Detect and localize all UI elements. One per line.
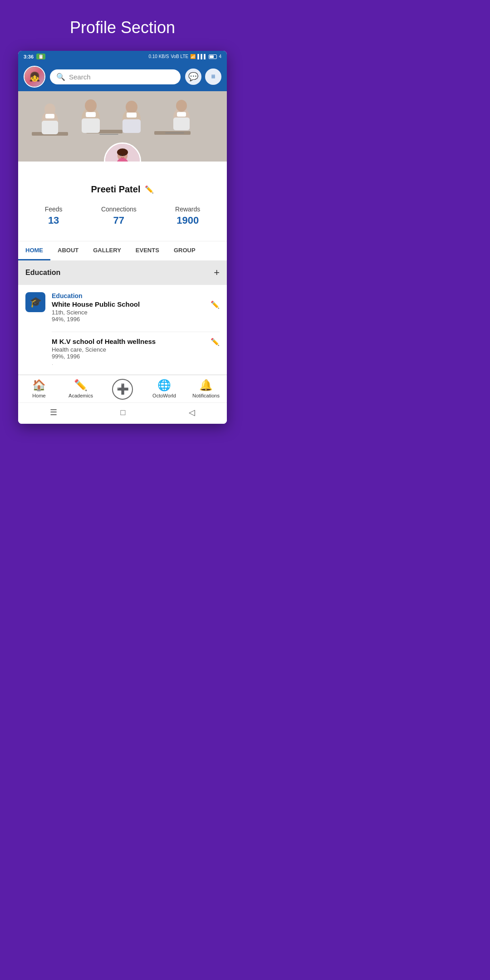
nav-octoworld[interactable]: 🌐 OctoWorld — [151, 379, 178, 400]
svg-rect-14 — [127, 113, 137, 118]
edu-school-2: M K.V school of Health wellness — [52, 338, 156, 345]
status-bar: 3:36 📋 0.10 KB/S VoB LTE 📶 ▌▌▌ 4 — [18, 51, 227, 62]
svg-point-31 — [117, 148, 128, 156]
edu-entry-row-1: White House Public School 11th, Science … — [52, 300, 220, 323]
svg-rect-19 — [173, 118, 190, 130]
education-entry-2: M K.V school of Health wellness Health c… — [25, 338, 220, 367]
profile-tabs: HOME ABOUT GALLERY EVENTS GROUP — [18, 241, 227, 260]
header-actions: 💬 ≡ — [185, 69, 221, 85]
academics-icon: ✏️ — [74, 379, 88, 392]
rewards-label: Rewards — [175, 206, 200, 213]
svg-rect-6 — [45, 114, 54, 118]
stat-connections: Connections 77 — [101, 206, 137, 226]
edu-subject-1: 11th, Science — [52, 309, 140, 316]
edu-meta-1: 94%, 1996 — [52, 316, 140, 323]
time: 3:36 — [24, 54, 34, 59]
nav-center-add[interactable]: ➕ — [109, 379, 136, 400]
edu-school-1: White House Public School — [52, 300, 140, 308]
connections-label: Connections — [101, 206, 137, 213]
android-nav: ☰ □ ◁ — [18, 402, 227, 424]
page-title: Profile Section — [70, 0, 175, 51]
nav-academics-label: Academics — [69, 393, 93, 398]
edu-dot: · — [52, 362, 156, 367]
search-placeholder: Search — [69, 73, 91, 81]
connections-value: 77 — [101, 215, 137, 226]
profile-pic-svg — [105, 142, 140, 162]
nav-notifications-label: Notifications — [192, 393, 220, 398]
profile-pic-container — [104, 142, 141, 162]
stat-rewards: Rewards 1900 — [175, 206, 200, 226]
app-header: 👧 🔍 Search 💬 ≡ — [18, 62, 227, 91]
profile-info: Preeti Patel ✏️ Feeds 13 Connections 77 … — [18, 162, 227, 241]
menu-icon: ≡ — [211, 73, 215, 81]
feeds-label: Feeds — [45, 206, 63, 213]
nav-notifications[interactable]: 🔔 Notifications — [192, 379, 220, 400]
tab-group[interactable]: GROUP — [167, 241, 203, 260]
avatar[interactable]: 👧 — [24, 66, 45, 88]
education-icon: 🎓 — [25, 292, 45, 312]
cover-photo — [18, 91, 227, 162]
notifications-icon: 🔔 — [199, 379, 213, 392]
signal-bars: ▌▌▌ — [197, 54, 207, 59]
tab-home[interactable]: HOME — [18, 241, 50, 260]
svg-rect-7 — [42, 121, 58, 134]
edu-entry-row-2: M K.V school of Health wellness Health c… — [52, 338, 220, 367]
network-speed: 0.10 KB/S — [148, 54, 169, 59]
tab-about[interactable]: ABOUT — [50, 241, 86, 260]
status-left: 3:36 📋 — [24, 54, 45, 59]
profile-picture[interactable] — [104, 142, 141, 162]
edu-subject-2: Health care, Science — [52, 346, 156, 353]
battery-level: 4 — [219, 54, 221, 59]
svg-rect-18 — [177, 112, 186, 117]
profile-name: Preeti Patel — [91, 184, 141, 195]
android-back-button[interactable]: ◁ — [189, 407, 195, 417]
search-bar[interactable]: 🔍 Search — [50, 69, 181, 84]
nav-octoworld-label: OctoWorld — [152, 393, 176, 398]
android-menu-button[interactable]: ☰ — [50, 407, 57, 417]
phone-frame: 3:36 📋 0.10 KB/S VoB LTE 📶 ▌▌▌ 4 👧 🔍 Sea… — [18, 51, 227, 424]
rewards-value: 1900 — [175, 215, 200, 226]
svg-point-33 — [123, 155, 125, 156]
education-entry-1: 🎓 Education White House Public School 11… — [25, 292, 220, 323]
stat-feeds: Feeds 13 — [45, 206, 63, 226]
nav-academics[interactable]: ✏️ Academics — [67, 379, 94, 400]
nav-home[interactable]: 🏠 Home — [25, 379, 53, 400]
octoworld-icon: 🌐 — [157, 379, 171, 392]
education-section-title: Education — [25, 269, 60, 277]
edu-meta-2: 99%, 1996 — [52, 353, 156, 360]
home-icon: 🏠 — [32, 379, 46, 392]
svg-point-9 — [85, 99, 97, 112]
chat-icon: 💬 — [188, 72, 198, 82]
edit-edu-1-button[interactable]: ✏️ — [211, 300, 220, 309]
edit-profile-icon[interactable]: ✏️ — [145, 185, 154, 194]
battery-icon — [209, 54, 217, 59]
battery-indicator: 📋 — [36, 54, 45, 59]
svg-point-13 — [126, 101, 137, 113]
svg-point-32 — [120, 155, 122, 156]
add-education-button[interactable]: + — [214, 267, 220, 279]
android-home-button[interactable]: □ — [121, 408, 126, 417]
svg-point-5 — [44, 103, 55, 115]
menu-button[interactable]: ≡ — [205, 69, 221, 85]
tab-events[interactable]: EVENTS — [128, 241, 167, 260]
feeds-value: 13 — [45, 215, 63, 226]
bottom-nav: 🏠 Home ✏️ Academics ➕ 🌐 OctoWorld 🔔 Noti… — [18, 375, 227, 402]
svg-point-17 — [176, 100, 187, 112]
chat-button[interactable]: 💬 — [185, 69, 201, 85]
avatar-image: 👧 — [24, 67, 44, 87]
status-right: 0.10 KB/S VoB LTE 📶 ▌▌▌ 4 — [148, 54, 221, 59]
network-type: VoB LTE — [171, 54, 188, 59]
edu-divider — [52, 332, 220, 332]
edu-details-1: Education White House Public School 11th… — [52, 292, 220, 323]
search-icon: 🔍 — [56, 73, 65, 81]
signal-icon: 📶 — [190, 54, 196, 59]
svg-rect-15 — [122, 119, 141, 133]
stats-row: Feeds 13 Connections 77 Rewards 1900 — [25, 202, 220, 234]
education-section-header: Education + — [18, 260, 227, 285]
tab-gallery[interactable]: GALLERY — [86, 241, 128, 260]
svg-rect-11 — [82, 118, 100, 133]
profile-name-row: Preeti Patel ✏️ — [25, 184, 220, 195]
edu-details-2: M K.V school of Health wellness Health c… — [52, 338, 220, 367]
nav-home-label: Home — [32, 393, 45, 398]
edit-edu-2-button[interactable]: ✏️ — [211, 338, 220, 346]
